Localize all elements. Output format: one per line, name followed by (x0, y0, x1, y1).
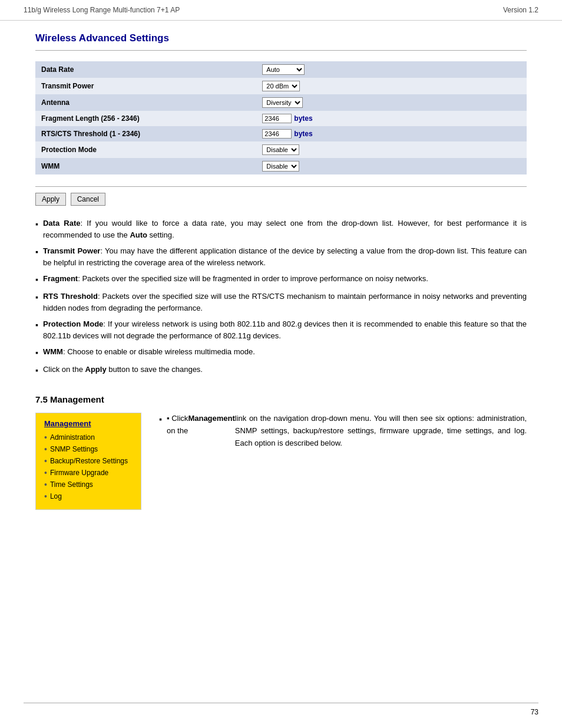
list-item: RTS Threshold: Packets over the specifie… (35, 291, 527, 314)
bullet-content: Transmit Power: You may have the differe… (43, 245, 527, 268)
settings-control[interactable]: 20 dBm17 dBm15 dBm12 dBm10 dBm (256, 78, 527, 94)
settings-label: Transmit Power (35, 78, 256, 94)
header-left: 11b/g Wireless Long Range Multi-function… (24, 6, 180, 14)
list-item: Time Settings (44, 480, 133, 489)
settings-control[interactable]: Auto1 Mbps2 Mbps5.5 Mbps11 Mbps54 Mbps (256, 61, 527, 78)
list-item: Data Rate: If you would like to force a … (35, 218, 527, 241)
settings-label: RTS/CTS Threshold (1 - 2346) (35, 126, 256, 141)
settings-label: WMM (35, 158, 256, 174)
list-item: Firmware Upgrade (44, 468, 133, 477)
list-item: Backup/Restore Settings (44, 456, 133, 466)
management-box: Management AdministrationSNMP SettingsBa… (35, 413, 141, 510)
settings-label: Protection Mode (35, 141, 256, 158)
bytes-label: bytes (294, 130, 312, 138)
settings-control[interactable]: DisableEnable (256, 141, 527, 158)
bullet-content: Click on the Apply button to save the ch… (43, 364, 527, 375)
list-item: WMM: Choose to enable or disable wireles… (35, 346, 527, 359)
page-number: 73 (531, 708, 538, 716)
settings-select[interactable]: DiversityAB (262, 97, 303, 108)
header-right: Version 1.2 (503, 6, 538, 14)
management-heading: 7.5 Management (35, 394, 527, 404)
bullet-content: Protection Mode: If your wireless networ… (43, 318, 527, 341)
management-section: 7.5 Management Management Administration… (35, 394, 527, 510)
page-title: Wireless Advanced Settings (35, 32, 527, 44)
bytes-label: bytes (294, 114, 312, 123)
settings-row: RTS/CTS Threshold (1 - 2346)bytes (35, 126, 527, 141)
list-item: Fragment: Packets over the specified siz… (35, 273, 527, 286)
settings-select[interactable]: 20 dBm17 dBm15 dBm12 dBm10 dBm (262, 81, 300, 91)
management-box-title: Management (44, 419, 133, 428)
apply-button[interactable]: Apply (35, 193, 66, 206)
settings-row: WMMDisableEnable (35, 158, 527, 174)
settings-row: Data RateAuto1 Mbps2 Mbps5.5 Mbps11 Mbps… (35, 61, 527, 78)
settings-control[interactable]: DisableEnable (256, 158, 527, 174)
button-row: Apply Cancel (35, 186, 527, 206)
page-footer: 73 (24, 703, 538, 716)
title-divider (35, 50, 527, 51)
settings-control[interactable]: bytes (256, 126, 527, 141)
management-description: ▪ Click on the Management link on the na… (159, 413, 527, 449)
settings-row: Fragment Length (256 - 2346)bytes (35, 111, 527, 126)
settings-select[interactable]: DisableEnable (262, 144, 299, 155)
settings-row: Transmit Power20 dBm17 dBm15 dBm12 dBm10… (35, 78, 527, 94)
settings-table: Data RateAuto1 Mbps2 Mbps5.5 Mbps11 Mbps… (35, 61, 527, 174)
settings-control[interactable]: bytes (256, 111, 527, 126)
bullet-content: Fragment: Packets over the specified siz… (43, 273, 527, 285)
list-item: Click on the Apply button to save the ch… (35, 364, 527, 377)
management-box-list: AdministrationSNMP SettingsBackup/Restor… (44, 433, 133, 501)
management-desc-text: ▪ Click on the Management link on the na… (159, 413, 527, 449)
bullet-content: RTS Threshold: Packets over the specifie… (43, 291, 527, 314)
list-item: Administration (44, 433, 133, 442)
page-header: 11b/g Wireless Long Range Multi-function… (0, 0, 562, 21)
settings-row: Protection ModeDisableEnable (35, 141, 527, 158)
list-item: Protection Mode: If your wireless networ… (35, 318, 527, 341)
list-item: Log (44, 492, 133, 501)
cancel-button[interactable]: Cancel (71, 193, 105, 206)
settings-label: Fragment Length (256 - 2346) (35, 111, 256, 126)
list-item: SNMP Settings (44, 444, 133, 454)
list-item: Transmit Power: You may have the differe… (35, 245, 527, 268)
info-list: Data Rate: If you would like to force a … (35, 218, 527, 377)
settings-row: AntennaDiversityAB (35, 94, 527, 111)
bullet-content: WMM: Choose to enable or disable wireles… (43, 346, 527, 358)
settings-label: Data Rate (35, 61, 256, 78)
page-content: Wireless Advanced Settings Data RateAuto… (0, 21, 562, 533)
settings-input[interactable] (262, 129, 292, 139)
settings-control[interactable]: DiversityAB (256, 94, 527, 111)
settings-select[interactable]: DisableEnable (262, 161, 299, 172)
settings-input[interactable] (262, 114, 292, 123)
settings-label: Antenna (35, 94, 256, 111)
bullet-content: Data Rate: If you would like to force a … (43, 218, 527, 241)
settings-select[interactable]: Auto1 Mbps2 Mbps5.5 Mbps11 Mbps54 Mbps (262, 64, 305, 75)
management-layout: Management AdministrationSNMP SettingsBa… (35, 413, 527, 510)
